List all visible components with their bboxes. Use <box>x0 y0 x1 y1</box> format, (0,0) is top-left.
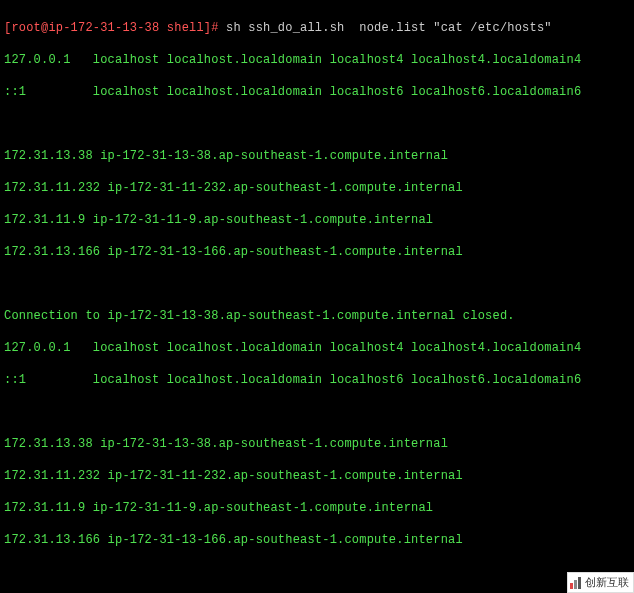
output-line: 127.0.0.1 localhost localhost.localdomai… <box>4 52 630 68</box>
output-line: 172.31.11.9 ip-172-31-11-9.ap-southeast-… <box>4 212 630 228</box>
blank-line <box>4 404 630 420</box>
output-line: 172.31.11.232 ip-172-31-11-232.ap-southe… <box>4 180 630 196</box>
output-line: 172.31.13.38 ip-172-31-13-38.ap-southeas… <box>4 436 630 452</box>
output-line: ::1 localhost localhost.localdomain loca… <box>4 84 630 100</box>
output-line: 172.31.13.38 ip-172-31-13-38.ap-southeas… <box>4 148 630 164</box>
output-line: Connection to ip-172-31-13-38.ap-southea… <box>4 308 630 324</box>
output-line: 172.31.13.166 ip-172-31-13-166.ap-southe… <box>4 244 630 260</box>
output-line: 127.0.0.1 localhost localhost.localdomai… <box>4 340 630 356</box>
output-line: 172.31.13.166 ip-172-31-13-166.ap-southe… <box>4 532 630 548</box>
watermark-text: 创新互联 <box>585 575 629 590</box>
prompt-line[interactable]: [root@ip-172-31-13-38 shell]# sh ssh_do_… <box>4 20 630 36</box>
output-line: 172.31.11.232 ip-172-31-11-232.ap-southe… <box>4 468 630 484</box>
watermark-badge: 创新互联 <box>567 572 634 593</box>
blank-line <box>4 564 630 580</box>
command-input[interactable]: sh ssh_do_all.sh node.list "cat /etc/hos… <box>226 21 552 35</box>
blank-line <box>4 276 630 292</box>
blank-line <box>4 116 630 132</box>
output-line: ::1 localhost localhost.localdomain loca… <box>4 372 630 388</box>
output-line: 172.31.11.9 ip-172-31-11-9.ap-southeast-… <box>4 500 630 516</box>
shell-prompt: [root@ip-172-31-13-38 shell]# <box>4 21 219 35</box>
watermark-logo-icon <box>570 577 581 589</box>
terminal-output: [root@ip-172-31-13-38 shell]# sh ssh_do_… <box>0 0 634 593</box>
